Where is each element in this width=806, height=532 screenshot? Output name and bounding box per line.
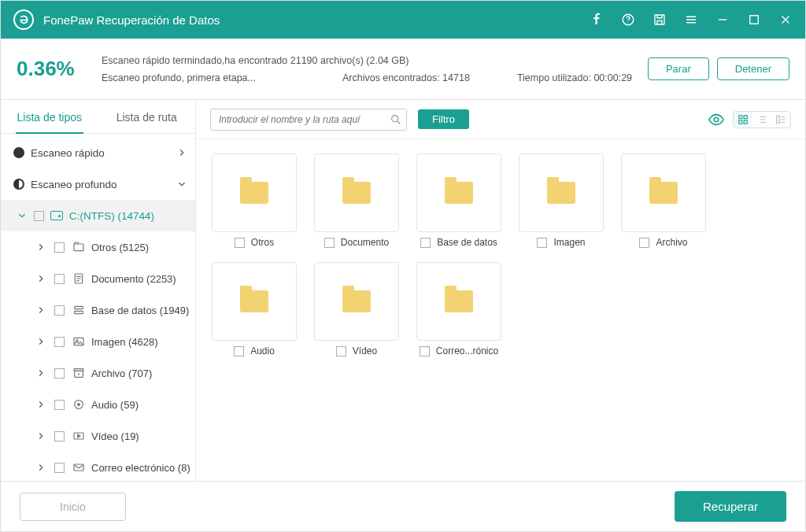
- svg-rect-3: [750, 16, 759, 24]
- folder-thumb[interactable]: [314, 262, 399, 341]
- grid-item-audio[interactable]: Audio: [210, 262, 298, 357]
- category-tree: Escaneo rápido Escaneo profundo C:(NTFS)…: [1, 134, 195, 481]
- folder-icon: [240, 182, 268, 204]
- folder-grid: Otros Documento Base de datos Imagen Arc…: [196, 139, 805, 481]
- grid-item-imagen[interactable]: Imagen: [517, 153, 605, 248]
- tree-cat-database[interactable]: Base de datos (1949): [1, 294, 195, 326]
- email-icon: [72, 461, 85, 474]
- folder-thumb[interactable]: [621, 153, 706, 232]
- svg-rect-21: [744, 120, 747, 124]
- svg-rect-6: [75, 306, 83, 308]
- chevron-down-icon: [176, 179, 187, 190]
- grid-item-documento[interactable]: Documento: [312, 153, 401, 248]
- chevron-right-icon: [35, 305, 46, 316]
- preview-icon[interactable]: [708, 111, 725, 128]
- grid-item-correo[interactable]: Correo...rónico: [415, 262, 503, 357]
- checkbox[interactable]: [54, 368, 65, 379]
- database-icon: [72, 304, 85, 316]
- tree-cat-archivo[interactable]: Archivo (707): [1, 357, 195, 389]
- grid-item-otros[interactable]: Otros: [210, 153, 298, 248]
- checkbox[interactable]: [54, 400, 65, 410]
- checkbox[interactable]: [54, 305, 65, 316]
- tree-cat-documento[interactable]: Documento (2253): [1, 263, 195, 294]
- folder-thumb[interactable]: [212, 153, 297, 232]
- scan-status-bar: 0.36% Escaneo rápido termindado,ha encon…: [1, 39, 805, 100]
- folder-icon: [445, 290, 473, 312]
- view-list-button[interactable]: [752, 112, 771, 127]
- svg-rect-22: [777, 116, 780, 123]
- facebook-icon[interactable]: [590, 13, 604, 27]
- tree-cat-email[interactable]: Correo electrónico (8): [1, 452, 195, 481]
- content-toolbar: Filtro: [196, 100, 805, 139]
- tree-cat-imagen[interactable]: Imagen (4628): [1, 326, 195, 357]
- chevron-down-icon: [17, 210, 28, 221]
- app-logo: Ə: [13, 9, 34, 30]
- folder-thumb[interactable]: [314, 153, 399, 232]
- checkbox[interactable]: [235, 238, 245, 248]
- grid-item-video[interactable]: Vídeo: [312, 262, 401, 357]
- grid-item-archivo[interactable]: Archivo: [619, 153, 708, 248]
- checkbox[interactable]: [420, 346, 430, 357]
- folder-icon: [547, 182, 575, 204]
- close-icon[interactable]: [778, 13, 793, 27]
- tab-path[interactable]: Lista de ruta: [98, 100, 196, 133]
- checkbox[interactable]: [54, 431, 65, 441]
- search-input[interactable]: [210, 109, 407, 131]
- menu-icon[interactable]: [684, 13, 698, 27]
- checkbox[interactable]: [336, 346, 346, 357]
- chevron-right-icon: [35, 273, 46, 284]
- help-icon[interactable]: [621, 13, 635, 27]
- search-field-wrapper: [210, 109, 407, 131]
- checkbox[interactable]: [54, 463, 65, 473]
- svg-rect-11: [74, 369, 83, 371]
- chevron-right-icon: [35, 336, 46, 347]
- stop-button[interactable]: Detener: [717, 57, 789, 80]
- checkbox[interactable]: [54, 242, 65, 253]
- archive-icon: [72, 367, 85, 379]
- checkbox-drive[interactable]: [34, 211, 44, 221]
- pause-button[interactable]: Parar: [648, 57, 709, 80]
- document-icon: [72, 272, 85, 285]
- view-grid-button[interactable]: [734, 112, 752, 127]
- tree-cat-audio[interactable]: Audio (59): [1, 389, 195, 420]
- tree-cat-video[interactable]: Vídeo (19): [1, 420, 195, 452]
- tree-deep-scan[interactable]: Escaneo profundo: [1, 168, 195, 200]
- folder-icon: [240, 290, 268, 312]
- folder-thumb[interactable]: [416, 262, 501, 341]
- view-detail-button[interactable]: [771, 112, 790, 127]
- search-icon: [390, 113, 402, 126]
- audio-icon: [72, 398, 85, 411]
- checkbox[interactable]: [324, 238, 335, 248]
- checkbox[interactable]: [54, 274, 65, 284]
- bullet-icon: [13, 147, 24, 158]
- image-icon: [72, 335, 85, 348]
- tree-quick-scan[interactable]: Escaneo rápido: [1, 137, 195, 168]
- checkbox[interactable]: [537, 238, 547, 248]
- start-button[interactable]: Inicio: [20, 493, 126, 521]
- tab-types[interactable]: Lista de tipos: [1, 100, 98, 133]
- save-icon[interactable]: [653, 13, 667, 27]
- minimize-icon[interactable]: [715, 13, 730, 27]
- main-content: Filtro Otros Documento Base d: [196, 100, 805, 481]
- tree-drive[interactable]: C:(NTFS) (14744): [1, 200, 195, 231]
- svg-point-1: [627, 22, 628, 23]
- scan-percent: 0.36%: [17, 57, 87, 81]
- footer: Inicio Recuperar: [1, 481, 805, 531]
- svg-point-17: [714, 117, 719, 122]
- checkbox[interactable]: [234, 346, 244, 357]
- filter-button[interactable]: Filtro: [418, 109, 469, 129]
- chevron-right-icon: [35, 242, 46, 253]
- folder-thumb[interactable]: [416, 153, 501, 232]
- checkbox[interactable]: [420, 238, 431, 248]
- svg-rect-7: [75, 311, 83, 313]
- recover-button[interactable]: Recuperar: [675, 491, 786, 522]
- tree-cat-otros[interactable]: Otros (5125): [1, 231, 195, 263]
- svg-rect-20: [739, 120, 742, 124]
- folder-thumb[interactable]: [212, 262, 297, 341]
- maximize-icon[interactable]: [747, 13, 761, 27]
- chevron-right-icon: [35, 399, 46, 410]
- checkbox[interactable]: [54, 337, 65, 347]
- checkbox[interactable]: [639, 238, 649, 248]
- folder-thumb[interactable]: [519, 153, 604, 232]
- grid-item-base-de-datos[interactable]: Base de datos: [415, 153, 503, 248]
